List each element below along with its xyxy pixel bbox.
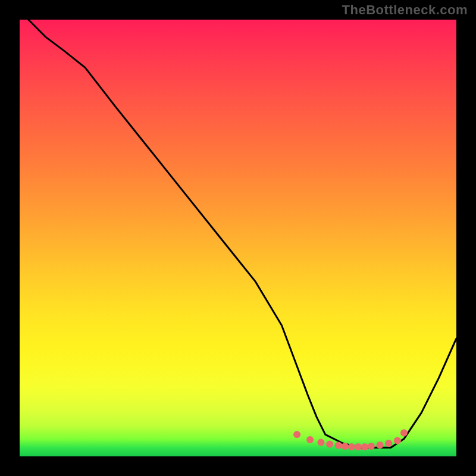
marker-dot <box>377 441 384 449</box>
marker-dot <box>326 440 333 447</box>
chart-stage: TheBottleneck.com <box>0 0 476 476</box>
marker-dot <box>385 440 392 447</box>
marker-dot <box>335 442 342 449</box>
watermark-text: TheBottleneck.com <box>342 2 468 18</box>
marker-dot <box>361 443 368 450</box>
plot-area <box>20 20 456 456</box>
plot-svg <box>20 20 456 456</box>
marker-dot <box>348 443 355 450</box>
marker-dot <box>368 443 375 450</box>
marker-dot <box>394 437 401 444</box>
marker-dot <box>342 443 349 450</box>
marker-dot <box>306 436 314 443</box>
marker-dot <box>293 431 300 438</box>
marker-dot <box>355 443 362 450</box>
curve-line <box>29 20 456 447</box>
marker-dot <box>400 429 408 436</box>
marker-dot <box>318 439 325 446</box>
